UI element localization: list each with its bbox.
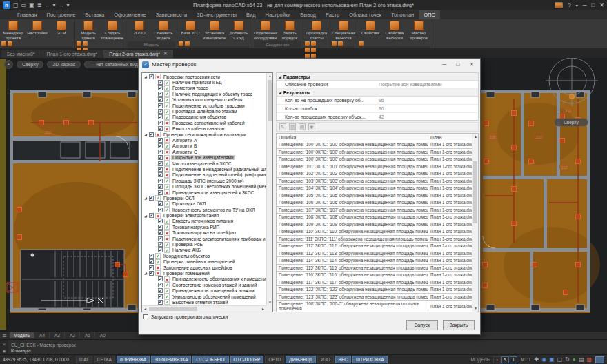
save-icon[interactable]: ▣ [28,1,35,9]
check-enabled-checkbox[interactable] [158,114,163,119]
mini-icon[interactable] [8,41,12,46]
menu-tab-vstavka[interactable]: Вставка [80,10,109,19]
check-enabled-checkbox[interactable] [158,179,163,183]
toggle-orto[interactable]: ОРТО [265,356,284,363]
undo-caret-icon[interactable]: ▾ [52,1,56,9]
check-tree-item[interactable]: Алгоритм B [142,143,266,149]
check-tree-item[interactable]: Наличие подходящих к объекту трасс [142,91,266,97]
check-enabled-checkbox[interactable] [158,155,163,160]
check-enabled-checkbox[interactable] [149,259,154,264]
close-tab-icon[interactable]: ✕ [163,51,168,57]
cursor-input-icon[interactable]: I [510,356,517,363]
layout-tab-a0[interactable]: A0 [96,332,110,338]
toggle-otrack-polar[interactable]: ОТС-ПОЛЯР [230,356,264,363]
check-enabled-checkbox[interactable] [158,150,163,154]
scale-indicator[interactable]: М1:1 [521,357,530,362]
params-header[interactable]: Параметры [277,73,478,81]
ribbon-button[interactable]: Мастер проверок [407,20,430,40]
check-tree-item[interactable]: Прокладка ОКЛ [142,201,266,207]
space-indicator[interactable]: МОДЕЛЬ [470,357,490,362]
mini-icon[interactable] [179,41,183,46]
document-tab[interactable]: План 2-ого этажа.dwg* ✕ [103,50,173,58]
pan-icon[interactable]: ✚ [535,356,539,363]
close-dialog-button[interactable]: Закрыть [443,320,475,330]
error-table-row[interactable]: Помещение: '103' ЗКПС: '103' обнаружена … [277,178,472,185]
check-tree-item[interactable]: Заполнение адресных шлейфов [142,265,266,270]
check-enabled-checkbox[interactable] [158,109,163,114]
check-tree-item[interactable]: Прокладка шлейфа по этажам [142,108,266,114]
check-enabled-checkbox[interactable] [158,172,163,177]
view-direction-button[interactable]: Сверху [17,61,43,68]
viewport-lock-icon[interactable] [595,356,604,363]
mini-icon[interactable] [83,41,88,46]
toggle-shtrihovka[interactable]: ШТРИХОВКА [352,356,388,363]
error-table-row[interactable]: Помещение: '102' ЗКПС: '102' обнаружена … [277,170,472,178]
error-table-row[interactable]: Помещение: '100' ЗКПС: '100-С' обнаружен… [277,301,472,312]
dialog-title-bar[interactable]: ✓ Мастер проверок ─ □ ✕ [139,59,480,70]
error-table-row[interactable]: Помещение: '123' ЗКПС: '123' обнаружена … [277,294,472,301]
layout-tab-a4[interactable]: A4 [35,332,50,338]
ribbon-button[interactable]: ЭТМ [50,20,73,40]
column-header-error[interactable]: Ошибка [277,135,428,140]
check-enabled-checkbox[interactable] [158,283,163,287]
error-table-row[interactable]: Помещение: '100' ЗКПС: '100' обнаружена … [277,156,472,163]
help-caret-icon[interactable]: ▾ [576,3,578,8]
mini-icon[interactable] [77,41,81,46]
check-tree-item[interactable]: Высотные отметки этажей [142,299,266,305]
error-table-row[interactable]: Помещение: '106' ЗКПС: '106' обнаружена … [277,199,472,207]
close-cmd-icon[interactable]: ✕ [2,342,6,347]
results-toolbar-icon[interactable]: ▥ [289,123,296,130]
check-tree-item[interactable]: Проверка линейных извещателей [142,259,266,265]
check-enabled-checkbox[interactable] [158,80,163,85]
column-header-plan[interactable]: План [428,135,472,140]
zoom-icon[interactable]: ◉ [541,356,546,363]
toggle-shag[interactable]: ШАГ [76,356,92,363]
error-table-row[interactable]: Помещение: '108' ЗКПС: '108' обнаружена … [277,214,472,221]
check-enabled-checkbox[interactable] [158,300,163,305]
visual-style-button[interactable]: 2D-каркас [47,61,81,68]
new-file-icon[interactable]: ▢ [12,1,19,9]
check-enabled-checkbox[interactable] [158,247,163,252]
toggle-dyn-input[interactable]: ДИН-ВВОД [286,356,316,363]
check-tree-item[interactable]: Алгоритм A [142,137,266,143]
check-enabled-checkbox[interactable] [158,138,163,143]
check-enabled-checkbox[interactable] [158,201,163,206]
auto-run-checkbox-row[interactable]: Запускать проверки автоматически [143,314,228,319]
check-tree-item[interactable]: Емкость источников питания [142,219,266,224]
results-toolbar-icon[interactable]: ✱ [308,123,315,130]
snap-marker-icon[interactable]: ▪ [493,356,501,363]
check-tree-item[interactable]: Принадлежность оборудования к помещениям [142,276,266,282]
mini-icon[interactable] [338,41,343,46]
document-tab[interactable]: План 1-ого этажа.dwg* [41,50,103,58]
check-tree-item[interactable]: Принадлежность помещений к этажам [142,287,266,293]
document-tab[interactable]: Без имени0* [1,50,41,58]
menu-tab-3d[interactable]: 3D-инструменты [192,10,241,19]
error-table-row[interactable]: Помещение: '101' ЗКПС: '101' обнаружена … [277,163,472,171]
menu-tab-nastroyki[interactable]: Настройки [261,10,296,19]
ribbon-button[interactable]: Подключение оборудования [254,20,277,40]
check-enabled-checkbox[interactable] [149,74,154,79]
toggle-ves[interactable]: ВЕС [335,356,351,363]
layout-tab-model[interactable]: Модель [10,332,34,338]
help-button[interactable]: ? [568,2,570,8]
redo-caret-icon[interactable]: ▾ [66,1,70,9]
check-enabled-checkbox[interactable] [158,161,163,166]
ribbon-button[interactable]: Менеджер проекта [1,20,25,40]
error-table-row[interactable]: Помещение: '117' ЗКПС: '117' обнаружена … [277,279,472,287]
check-enabled-checkbox[interactable] [158,126,163,131]
ribbon-button[interactable]: Специальная выноска [332,20,355,40]
mini-icon[interactable] [359,41,364,46]
ribbon-button[interactable]: 2D/3D [128,20,151,40]
redo-icon[interactable]: → [57,1,64,9]
results-header[interactable]: Результаты [277,89,478,97]
check-enabled-checkbox[interactable] [158,103,163,108]
check-tree-item[interactable]: Проверки сети пожарной сигнализации [142,132,266,137]
error-table-row[interactable]: Помещение: '113' ЗКПС: '113' обнаружена … [277,250,472,258]
check-enabled-checkbox[interactable] [158,143,163,148]
dialog-minimize-button[interactable]: ─ [437,59,451,70]
check-tree-item[interactable]: Площадь ЗКПС (меньше 2000 м²) [142,178,266,183]
check-tree-item[interactable]: Уникальность обозначений помещений [142,294,266,299]
check-tree-item[interactable]: Проверки электропитания [142,212,266,218]
toggle-setka[interactable]: СЕТКА [94,356,115,363]
sheets-icon[interactable]: ▤ [579,356,584,363]
